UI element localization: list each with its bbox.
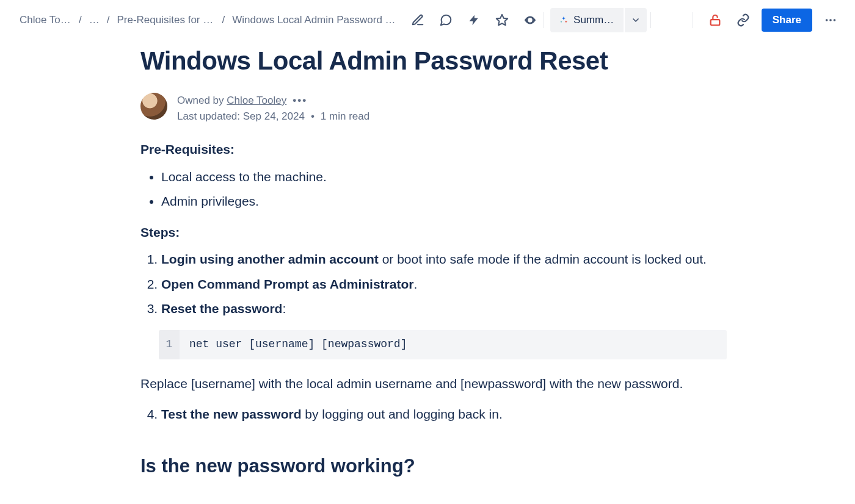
last-updated: Last updated: Sep 24, 2024 <box>177 110 305 122</box>
list-item: Login using another admin account or boo… <box>161 250 727 270</box>
chevron-down-icon <box>631 15 641 25</box>
svg-point-5 <box>834 19 836 21</box>
topbar: Chloe Tooley / … / Pre-Requisites for Re… <box>0 0 855 34</box>
star-icon <box>495 13 509 27</box>
owner-link[interactable]: Chloe Tooley <box>227 95 286 106</box>
prerequisites-heading: Pre-Requisites: <box>140 140 727 160</box>
byline-lines: Owned by Chloe Tooley ••• Last updated: … <box>177 93 369 124</box>
page-title: Windows Local Admin Password Reset <box>140 46 727 76</box>
followup-heading: Is the new password working? <box>140 452 727 481</box>
document: Windows Local Admin Password Reset Owned… <box>140 46 727 481</box>
unlock-icon <box>708 13 722 27</box>
breadcrumb-ellipsis[interactable]: … <box>89 14 100 26</box>
restrictions-button[interactable] <box>705 10 725 30</box>
eye-icon <box>523 13 537 27</box>
link-icon <box>737 13 750 27</box>
read-time: 1 min read <box>321 110 369 122</box>
breadcrumb-separator: / <box>222 14 225 26</box>
list-item: Local access to the machine. <box>161 167 727 187</box>
step-rest: by logging out and logging back in. <box>302 407 503 421</box>
breadcrumb-separator: / <box>79 14 82 26</box>
toolbar-divider <box>544 12 544 28</box>
breadcrumb-separator: / <box>107 14 110 26</box>
breadcrumb-space[interactable]: Chloe Tooley <box>20 14 71 26</box>
summarize-caret-button[interactable] <box>625 8 647 32</box>
prerequisites-list: Local access to the machine. Admin privi… <box>140 167 727 212</box>
breadcrumb: Chloe Tooley / … / Pre-Requisites for Re… <box>20 14 397 26</box>
byline: Owned by Chloe Tooley ••• Last updated: … <box>140 93 727 124</box>
right-actions: Share <box>689 9 840 32</box>
step-bold: Test the new password <box>161 407 302 421</box>
summarize-label: Summarize <box>573 14 615 26</box>
list-item: Open Command Prompt as Administrator. <box>161 275 727 295</box>
svg-point-3 <box>826 19 828 21</box>
page-action-icons <box>408 10 540 30</box>
more-horizontal-icon <box>824 13 837 27</box>
svg-point-1 <box>529 19 531 21</box>
edit-button[interactable] <box>408 10 428 30</box>
meta-line: Last updated: Sep 24, 2024•1 min read <box>177 109 369 124</box>
svg-rect-2 <box>710 20 719 25</box>
comment-button[interactable] <box>436 10 456 30</box>
step-rest: . <box>413 277 417 291</box>
document-body: Pre-Requisites: Local access to the mach… <box>140 140 727 481</box>
code-block[interactable]: 1 net user [username] [newpassword] <box>159 330 727 359</box>
step-bold: Reset the password <box>161 301 282 315</box>
code-line-number: 1 <box>159 330 180 359</box>
share-button[interactable]: Share <box>762 9 812 32</box>
owner-more-button[interactable]: ••• <box>293 93 307 109</box>
replace-note: Replace [username] with the local admin … <box>140 374 727 394</box>
steps-heading: Steps: <box>140 223 727 243</box>
svg-marker-0 <box>497 15 508 25</box>
step-bold: Login using another admin account <box>161 252 379 266</box>
step-rest: or boot into safe mode if the admin acco… <box>379 252 707 266</box>
more-actions-button[interactable] <box>821 10 840 30</box>
avatar[interactable] <box>140 93 167 120</box>
comment-icon <box>439 13 453 27</box>
owned-by-prefix: Owned by <box>177 95 227 106</box>
summarize-split-button: Summarize <box>550 8 647 32</box>
star-button[interactable] <box>492 10 512 30</box>
pencil-icon <box>411 13 424 27</box>
step-rest: : <box>282 301 286 315</box>
breadcrumb-parent[interactable]: Pre-Requisites for Resets <box>117 14 214 26</box>
watch-button[interactable] <box>520 10 540 30</box>
owner-line: Owned by Chloe Tooley ••• <box>177 93 369 109</box>
summarize-button[interactable]: Summarize <box>550 8 624 32</box>
toolbar-divider <box>650 12 651 28</box>
list-item: Reset the password: <box>161 299 727 319</box>
breadcrumb-current[interactable]: Windows Local Admin Password Reset <box>232 14 397 26</box>
step-bold: Open Command Prompt as Administrator <box>161 277 413 291</box>
automation-button[interactable] <box>464 10 484 30</box>
copy-link-button[interactable] <box>733 10 753 30</box>
meta-separator: • <box>311 110 315 122</box>
list-item: Test the new password by logging out and… <box>161 405 727 425</box>
sparkle-icon <box>559 14 569 26</box>
steps-list: Login using another admin account or boo… <box>140 250 727 319</box>
svg-point-4 <box>829 19 832 21</box>
steps-list-continued: Test the new password by logging out and… <box>140 405 727 425</box>
lightning-icon <box>468 13 480 27</box>
toolbar-divider <box>693 12 693 28</box>
list-item: Admin privileges. <box>161 192 727 212</box>
code-content: net user [username] [newpassword] <box>180 330 417 359</box>
